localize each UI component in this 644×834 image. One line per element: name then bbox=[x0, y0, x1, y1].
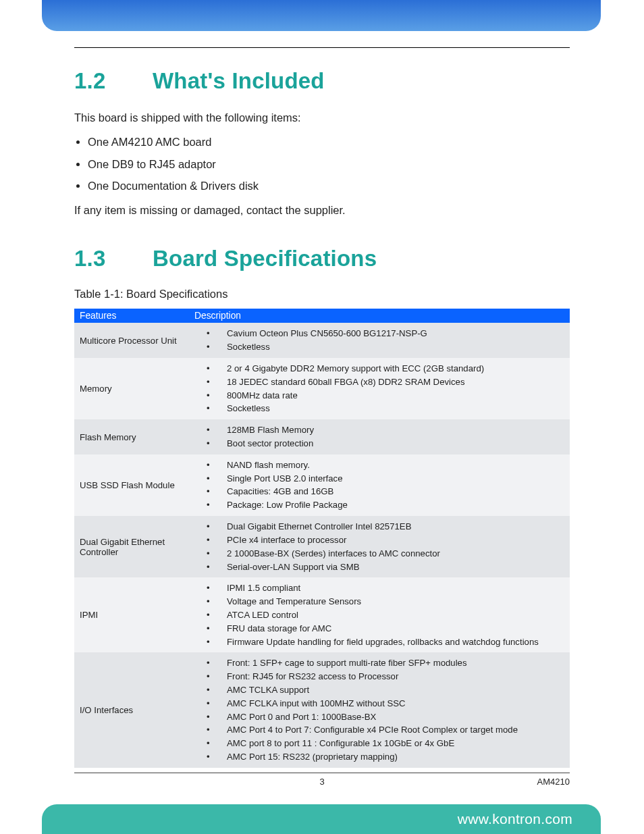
description-item: PCIe x4 interface to processor bbox=[194, 533, 564, 547]
included-items-list: One AM4210 AMC board One DB9 to RJ45 ada… bbox=[88, 134, 570, 193]
page-content: 1.2 What's Included This board is shippe… bbox=[74, 47, 570, 768]
feature-cell: Dual Gigabit Ethernet Controller bbox=[74, 516, 189, 577]
description-item: Socketless bbox=[194, 340, 564, 354]
description-item: AMC port 8 to port 11 : Configurable 1x … bbox=[194, 737, 564, 750]
description-item: Front: 1 SFP+ cage to support multi-rate… bbox=[194, 656, 564, 670]
feature-cell: IPMI bbox=[74, 577, 189, 652]
feature-cell: Memory bbox=[74, 358, 189, 419]
footer-url: www.kontron.com bbox=[458, 811, 572, 827]
list-item: One DB9 to RJ45 adaptor bbox=[88, 157, 570, 172]
description-item: 800MHz data rate bbox=[194, 389, 564, 402]
description-item: Front: RJ45 for RS232 access to Processo… bbox=[194, 670, 564, 683]
closing-text: If any item is missing or damaged, conta… bbox=[74, 203, 570, 217]
description-item: Serial-over-LAN Support via SMB bbox=[194, 561, 564, 574]
description-cell: Dual Gigabit Ethernet Controller Intel 8… bbox=[189, 516, 570, 577]
description-item: 18 JEDEC standard 60ball FBGA (x8) DDR2 … bbox=[194, 375, 564, 389]
table-row: Memory2 or 4 Gigabyte DDR2 Memory suppor… bbox=[74, 358, 570, 419]
section-heading-1-3: 1.3 Board Specifications bbox=[74, 246, 570, 271]
description-item: AMC TCLKA support bbox=[194, 683, 564, 697]
description-item: 2 or 4 Gigabyte DDR2 Memory support with… bbox=[194, 362, 564, 375]
col-description: Description bbox=[189, 309, 570, 323]
section-title: Board Specifications bbox=[153, 246, 377, 271]
footer-tab: www.kontron.com bbox=[42, 804, 601, 834]
table-header-row: Features Description bbox=[74, 309, 570, 323]
list-item: One Documentation & Drivers disk bbox=[88, 178, 570, 193]
description-item: Boot sector protection bbox=[194, 437, 564, 450]
description-cell: IPMI 1.5 compliantVoltage and Temperatur… bbox=[189, 577, 570, 652]
description-item: FRU data storage for AMC bbox=[194, 622, 564, 635]
table-row: Multicore Processor UnitCavium Octeon Pl… bbox=[74, 323, 570, 358]
col-features: Features bbox=[74, 309, 189, 323]
description-item: ATCA LED control bbox=[194, 608, 564, 622]
description-cell: Front: 1 SFP+ cage to support multi-rate… bbox=[189, 652, 570, 768]
description-item: Socketless bbox=[194, 402, 564, 415]
spec-table: Features Description Multicore Processor… bbox=[74, 309, 570, 768]
description-item: IPMI 1.5 compliant bbox=[194, 581, 564, 595]
table-row: IPMIIPMI 1.5 compliantVoltage and Temper… bbox=[74, 577, 570, 652]
description-item: Capacities: 4GB and 16GB bbox=[194, 485, 564, 498]
description-cell: NAND flash memory.Single Port USB 2.0 in… bbox=[189, 454, 570, 516]
top-rule bbox=[74, 47, 570, 48]
description-item: Firmware Update handling for field upgra… bbox=[194, 635, 564, 649]
description-item: Voltage and Temperature Sensors bbox=[194, 595, 564, 608]
section-number: 1.3 bbox=[74, 246, 113, 271]
description-item: AMC Port 0 and Port 1: 1000Base-BX bbox=[194, 710, 564, 724]
description-item: Single Port USB 2.0 interface bbox=[194, 472, 564, 486]
header-tab bbox=[42, 0, 601, 31]
description-item: AMC Port 15: RS232 (proprietary mapping) bbox=[194, 750, 564, 764]
description-item: NAND flash memory. bbox=[194, 459, 564, 472]
table-row: Dual Gigabit Ethernet ControllerDual Gig… bbox=[74, 516, 570, 577]
description-item: AMC FCLKA input with 100MHZ without SSC bbox=[194, 697, 564, 710]
description-item: Cavium Octeon Plus CN5650-600 BG1217-NSP… bbox=[194, 327, 564, 340]
list-item: One AM4210 AMC board bbox=[88, 134, 570, 149]
section-title: What's Included bbox=[153, 68, 325, 94]
description-item: Dual Gigabit Ethernet Controller Intel 8… bbox=[194, 520, 564, 533]
section-heading-1-2: 1.2 What's Included bbox=[74, 68, 570, 94]
description-item: 128MB Flash Memory bbox=[194, 423, 564, 437]
feature-cell: I/O Interfaces bbox=[74, 652, 189, 768]
description-cell: 128MB Flash MemoryBoot sector protection bbox=[189, 419, 570, 454]
table-row: USB SSD Flash ModuleNAND flash memory.Si… bbox=[74, 454, 570, 516]
description-item: 2 1000Base-BX (Serdes) interfaces to AMC… bbox=[194, 547, 564, 561]
table-caption: Table 1-1: Board Specifications bbox=[74, 288, 570, 301]
model-label: AM4210 bbox=[537, 777, 570, 787]
feature-cell: Flash Memory bbox=[74, 419, 189, 454]
footer-rule bbox=[74, 773, 570, 773]
table-row: I/O InterfacesFront: 1 SFP+ cage to supp… bbox=[74, 652, 570, 768]
intro-text: This board is shipped with the following… bbox=[74, 110, 570, 125]
feature-cell: USB SSD Flash Module bbox=[74, 454, 189, 516]
description-item: AMC Port 4 to Port 7: Configurable x4 PC… bbox=[194, 723, 564, 737]
description-item: Package: Low Profile Package bbox=[194, 498, 564, 512]
feature-cell: Multicore Processor Unit bbox=[74, 323, 189, 358]
table-row: Flash Memory128MB Flash MemoryBoot secto… bbox=[74, 419, 570, 454]
description-cell: 2 or 4 Gigabyte DDR2 Memory support with… bbox=[189, 358, 570, 419]
description-cell: Cavium Octeon Plus CN5650-600 BG1217-NSP… bbox=[189, 323, 570, 358]
section-number: 1.2 bbox=[74, 68, 113, 94]
